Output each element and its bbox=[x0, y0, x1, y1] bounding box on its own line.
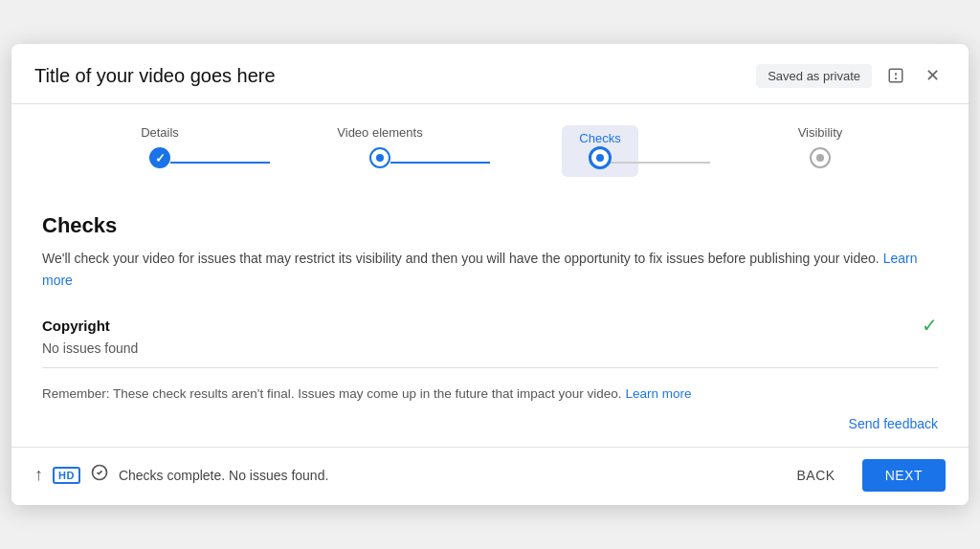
upload-icon: ↑ bbox=[34, 465, 43, 485]
learn-more-link-2[interactable]: Learn more bbox=[625, 386, 691, 401]
connector-1 bbox=[170, 162, 270, 164]
step-details[interactable]: Details ✓ bbox=[50, 125, 270, 168]
footer-left: ↑ HD Checks complete. No issues found. bbox=[34, 463, 328, 487]
dialog-title: Title of your video goes here bbox=[34, 65, 276, 87]
reminder-text: Remember: These check results aren't fin… bbox=[42, 384, 938, 405]
header-right: Saved as private ✕ bbox=[756, 61, 946, 90]
step-video-elements-label: Video elements bbox=[337, 125, 422, 140]
footer-check-circle-icon bbox=[90, 463, 109, 487]
dialog-footer: ↑ HD Checks complete. No issues found. B… bbox=[11, 447, 969, 505]
footer-status-text: Checks complete. No issues found. bbox=[119, 468, 328, 483]
checks-title: Checks bbox=[42, 213, 938, 238]
checks-description: We'll check your video for issues that m… bbox=[42, 248, 938, 291]
back-button[interactable]: BACK bbox=[782, 460, 851, 491]
checkmark-icon: ✓ bbox=[155, 151, 166, 165]
send-feedback-link[interactable]: Send feedback bbox=[849, 416, 938, 431]
dialog: Title of your video goes here Saved as p… bbox=[11, 44, 969, 504]
step-dot bbox=[376, 154, 384, 162]
step-visibility-circle bbox=[810, 147, 831, 168]
copyright-check-icon: ✓ bbox=[922, 314, 938, 337]
dialog-content: Checks We'll check your video for issues… bbox=[11, 187, 969, 446]
checks-description-text: We'll check your video for issues that m… bbox=[42, 251, 880, 266]
copyright-header: Copyright ✓ bbox=[42, 314, 938, 337]
step-visibility[interactable]: Visibility bbox=[710, 125, 930, 168]
close-icon: ✕ bbox=[925, 65, 940, 86]
step-video-elements[interactable]: Video elements bbox=[270, 125, 490, 168]
step-dot-active bbox=[596, 154, 604, 162]
step-checks-active-bg: Checks bbox=[562, 125, 637, 177]
reminder-text-content: Remember: These check results aren't fin… bbox=[42, 386, 622, 401]
step-dot-inactive bbox=[816, 154, 824, 162]
dialog-header: Title of your video goes here Saved as p… bbox=[11, 44, 969, 104]
connector-2 bbox=[390, 162, 490, 164]
copyright-title: Copyright bbox=[42, 318, 110, 334]
divider bbox=[42, 367, 938, 368]
connector-3 bbox=[611, 162, 710, 164]
feedback-row: Send feedback bbox=[42, 416, 938, 431]
copyright-section: Copyright ✓ No issues found bbox=[42, 314, 938, 356]
copyright-status: No issues found bbox=[42, 340, 938, 356]
alert-icon-button[interactable] bbox=[881, 63, 910, 88]
alert-icon bbox=[887, 67, 904, 84]
footer-right: BACK NEXT bbox=[782, 459, 946, 492]
step-checks-label: Checks bbox=[579, 131, 620, 145]
step-checks[interactable]: Checks bbox=[490, 125, 710, 177]
next-button[interactable]: NEXT bbox=[862, 459, 946, 492]
step-details-label: Details bbox=[141, 125, 179, 140]
hd-badge: HD bbox=[53, 467, 80, 484]
stepper: Details ✓ Video elements Checks bbox=[11, 104, 969, 187]
step-visibility-label: Visibility bbox=[798, 125, 843, 140]
step-video-elements-circle bbox=[369, 147, 390, 168]
step-details-circle: ✓ bbox=[149, 147, 170, 168]
step-checks-circle bbox=[589, 146, 612, 169]
saved-as-private-badge[interactable]: Saved as private bbox=[756, 64, 872, 88]
close-button[interactable]: ✕ bbox=[920, 61, 946, 90]
